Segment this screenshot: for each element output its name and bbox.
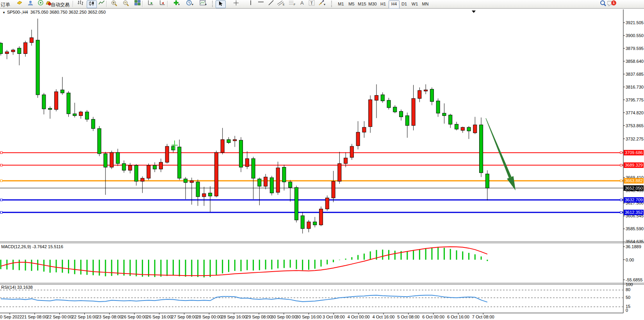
svg-text:80: 80 <box>626 287 630 292</box>
price-badge: 3689.329 <box>625 163 643 167</box>
svg-text:3879.595: 3879.595 <box>626 46 644 51</box>
timeframe-button-H1[interactable]: H1 <box>378 0 388 8</box>
svg-text:28 Sep 16:00: 28 Sep 16:00 <box>221 315 246 319</box>
line-handles <box>0 152 622 213</box>
add-indicator-button[interactable]: ▾ <box>170 0 182 8</box>
candlestick-chart-icon[interactable] <box>87 0 97 8</box>
price-badge: 3632.709 <box>625 197 643 202</box>
price-badge: 3709.686 <box>625 150 643 155</box>
price-badge: 3612.352 <box>625 210 643 215</box>
timeframe-button-M30[interactable]: M30 <box>367 0 378 8</box>
cursor-tool[interactable] <box>216 0 226 8</box>
svg-text:3900.550: 3900.550 <box>626 33 644 38</box>
timeframe-button-MN[interactable]: MN <box>420 0 430 8</box>
svg-text:F: F <box>294 3 295 6</box>
timeframe-button-M5[interactable]: M5 <box>346 0 357 8</box>
rsi-label: RSI(14) 33.1638 <box>1 285 33 290</box>
chart-shift-icon[interactable] <box>158 0 167 8</box>
zoom-in-icon[interactable] <box>109 0 119 8</box>
line-chart-icon[interactable] <box>97 0 106 8</box>
gold-box-icon[interactable] <box>15 0 24 8</box>
toolbar-grip[interactable] <box>212 1 214 7</box>
svg-text:22 Sep 16:00: 22 Sep 16:00 <box>72 315 97 319</box>
toolbar-grip[interactable] <box>331 1 333 7</box>
toolbar: 订单 自动交易 ▾ <box>0 0 644 9</box>
rsi-current-value: 33.1638 <box>17 285 33 290</box>
svg-text:36.1889: 36.1889 <box>626 244 641 249</box>
chart-ohlc-values: 3675.050 3680.750 3632.250 3652.050 <box>30 10 106 14</box>
svg-text:7 Oct 08:00: 7 Oct 08:00 <box>472 315 494 319</box>
timeframe-button-H4[interactable]: H4 <box>389 0 400 9</box>
svg-text:3753.865: 3753.865 <box>626 123 644 128</box>
svg-text:5 Oct 08:00: 5 Oct 08:00 <box>397 315 419 319</box>
text-tool[interactable]: A <box>298 0 307 8</box>
macd-pane: 36.18890.00-55.6855 <box>1 244 642 282</box>
svg-text:3585.590: 3585.590 <box>626 226 644 231</box>
chart-canvas[interactable]: 3921.5053900.5503879.5953858.6403837.685… <box>0 0 644 320</box>
annotations <box>171 11 516 190</box>
timeframe-button-M15[interactable]: M15 <box>357 0 367 8</box>
svg-text:100: 100 <box>626 282 633 287</box>
svg-text:30 Sep 16:00: 30 Sep 16:00 <box>296 315 321 319</box>
svg-text:30 Sep 00:00: 30 Sep 00:00 <box>271 315 296 319</box>
horizontal-line-tool[interactable] <box>256 0 266 8</box>
timeframe-toolbar: M1M5M15M30H1H4D1W1MN <box>336 0 437 8</box>
zoom-out-icon[interactable] <box>121 0 130 8</box>
svg-text:E: E <box>283 3 285 6</box>
chart-symbol-period: SP500-,H4 <box>7 10 28 14</box>
svg-text:27 Sep 08:00: 27 Sep 08:00 <box>171 315 197 319</box>
new-order-button[interactable]: 订单 <box>1 2 10 8</box>
svg-text:0: 0 <box>626 308 628 313</box>
arrows-tool[interactable]: ▾ <box>316 0 327 8</box>
svg-text:4 Oct 16:00: 4 Oct 16:00 <box>373 315 395 319</box>
price-badge: 3663.882 <box>625 178 643 183</box>
svg-text:3816.730: 3816.730 <box>626 85 644 89</box>
text-label-tool[interactable]: T <box>307 0 316 8</box>
pane-separators <box>0 242 644 284</box>
svg-text:22 Sep 00:00: 22 Sep 00:00 <box>47 315 72 319</box>
channel-tool[interactable]: E <box>276 0 287 8</box>
svg-text:26 Sep 16:00: 26 Sep 16:00 <box>146 315 172 319</box>
timeframe-button-W1[interactable]: W1 <box>410 0 420 8</box>
chart-shift-marker <box>472 11 476 13</box>
svg-text:3795.775: 3795.775 <box>626 98 644 102</box>
svg-text:26 Sep 00:00: 26 Sep 00:00 <box>121 315 147 319</box>
price-badge: 3652.050 <box>625 186 643 190</box>
timeframe-button-D1[interactable]: D1 <box>399 0 409 8</box>
vertical-line-tool[interactable] <box>246 0 255 8</box>
crosshair-tool[interactable] <box>231 0 241 8</box>
mt4-window: 订单 自动交易 ▾ <box>0 0 644 320</box>
svg-text:6 Oct 16:00: 6 Oct 16:00 <box>447 315 469 319</box>
period-button[interactable]: ▾ <box>184 0 195 8</box>
tile-windows-icon[interactable] <box>133 0 142 8</box>
trendline-tool[interactable] <box>266 0 276 8</box>
svg-text:3921.505: 3921.505 <box>626 20 644 25</box>
notification-badge[interactable]: 1 <box>611 0 616 5</box>
horizontal-line-objects <box>0 153 623 212</box>
svg-text:21 Sep 08:00: 21 Sep 08:00 <box>22 315 47 319</box>
rsi-line <box>1 295 487 302</box>
svg-text:3837.685: 3837.685 <box>626 72 644 76</box>
auto-scroll-icon[interactable] <box>146 0 155 8</box>
svg-text:28 Sep 00:00: 28 Sep 00:00 <box>196 315 222 319</box>
price-axis: 3921.5053900.5503879.5953858.6403837.685… <box>623 9 644 313</box>
candles <box>0 19 489 234</box>
autotrading-button[interactable]: 自动交易 <box>51 2 70 8</box>
fibonacci-tool[interactable]: F <box>287 0 298 8</box>
svg-text:3 Oct 08:00: 3 Oct 08:00 <box>323 315 345 319</box>
macd-current-values: -3.7642 15.5116 <box>32 244 63 249</box>
timeframe-button-M1[interactable]: M1 <box>336 0 346 8</box>
svg-text:29 Sep 08:00: 29 Sep 08:00 <box>246 315 271 319</box>
bar-chart-icon[interactable] <box>76 0 85 8</box>
toolbar-separator <box>73 1 73 7</box>
svg-text:A: A <box>300 0 304 5</box>
time-axis: 20 Sep 202221 Sep 08:0022 Sep 00:0022 Se… <box>0 313 623 319</box>
svg-text:50: 50 <box>626 295 630 300</box>
toolbar-separator <box>167 1 168 7</box>
svg-text:3732.275: 3732.275 <box>626 137 644 141</box>
template-button[interactable]: ▾ <box>197 0 209 8</box>
community-icon[interactable] <box>26 0 35 8</box>
svg-text:23 Sep 08:00: 23 Sep 08:00 <box>96 315 122 319</box>
chart-expand-icon[interactable]: ▼ <box>2 11 5 14</box>
svg-text:20 Sep 2022: 20 Sep 2022 <box>0 315 22 319</box>
